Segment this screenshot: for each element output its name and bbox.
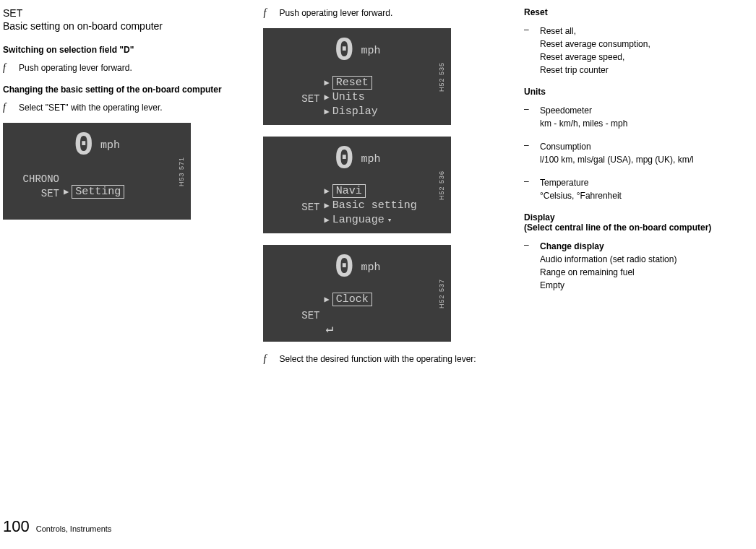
- bullet-consumption: – Consumption l/100 km, mls/gal (USA), m…: [524, 140, 756, 166]
- step-marker: f: [263, 353, 272, 365]
- menu-selected-row: ▶ Reset: [322, 76, 451, 90]
- menu-selected-row: ▶ Navi: [322, 184, 451, 199]
- step-marker: f: [263, 7, 272, 19]
- column-1: SET Basic setting on on-board computer S…: [3, 7, 249, 374]
- bullet-label: Speedometer: [540, 104, 756, 117]
- bullet-bold-label: Change display: [540, 240, 756, 253]
- figure-id-label: H52 535: [438, 34, 448, 119]
- bullet-speedometer: – Speedometer km - km/h, miles - mph: [524, 104, 756, 130]
- bullet-label: Consumption: [540, 140, 756, 153]
- menu-selected-label: Navi: [332, 184, 366, 198]
- lcd-speed: 0 mph: [3, 127, 191, 165]
- step-select-function: f Select the desired function with the o…: [263, 353, 509, 366]
- menu-selected-label: Clock: [332, 293, 372, 306]
- figure-id-label: H52 536: [438, 142, 448, 228]
- page-footer: 100 Controls, Instruments: [3, 517, 111, 536]
- menu-selected-label: Setting: [72, 185, 124, 199]
- dash-icon: –: [524, 240, 533, 250]
- menu-left-set: SET: [3, 186, 59, 201]
- triangle-right-icon: ▶: [64, 185, 69, 199]
- step-text: Push operating lever forward.: [279, 7, 509, 20]
- step-push-lever-1: f Push operating lever forward.: [3, 62, 249, 74]
- lcd-figure-clock: 0 mph SET ▶ Clock ↵ H52 537: [263, 245, 451, 342]
- bullet-detail: l/100 km, mls/gal (USA), mpg (UK), km/l: [540, 153, 756, 166]
- dash-icon: –: [524, 104, 533, 114]
- menu-selected-row: ▶ Setting: [62, 185, 191, 199]
- speed-value: 0: [74, 127, 93, 165]
- heading-changing-basic: Changing the basic setting of the on-boa…: [3, 85, 249, 95]
- menu-item: Language: [332, 213, 385, 228]
- menu-selected-row: ▶ Clock: [322, 293, 451, 307]
- speed-value: 0: [335, 33, 353, 70]
- dash-icon: –: [524, 25, 533, 35]
- menu-item: Units: [332, 90, 365, 105]
- page-number: 100: [3, 517, 30, 535]
- column-2: f Push operating lever forward. 0 mph SE…: [263, 7, 509, 374]
- speed-unit: mph: [361, 261, 380, 274]
- triangle-right-icon: ▶: [324, 199, 329, 213]
- speed-unit: mph: [361, 45, 380, 57]
- heading-units: Units: [524, 87, 756, 97]
- step-push-lever-2: f Push operating lever forward.: [263, 7, 509, 20]
- step-text: Select the desired function with the ope…: [279, 353, 509, 366]
- speed-value: 0: [335, 141, 353, 178]
- bullet-line: Audio information (set radio station): [540, 253, 756, 266]
- menu-left-set: SET: [263, 92, 319, 106]
- bullet-reset: – Reset all, Reset average consumption, …: [524, 25, 756, 77]
- menu-item: Basic setting: [332, 199, 417, 213]
- step-marker: f: [3, 62, 12, 74]
- menu-left-set: SET: [263, 308, 319, 323]
- heading-switching-on: Switching on selection field "D": [3, 45, 249, 55]
- dash-icon: –: [524, 176, 533, 186]
- triangle-right-icon: ▶: [324, 105, 329, 119]
- triangle-right-icon: ▶: [324, 90, 329, 105]
- bullet-detail: °Celsius, °Fahrenheit: [540, 189, 756, 202]
- lcd-figure-setting: 0 mph CHRONO SET ▶ Setting H53 571: [3, 123, 191, 220]
- triangle-right-icon: ▶: [324, 293, 329, 307]
- lcd-figure-navi: 0 mph SET ▶ Navi ▶Basic setting ▶Languag…: [263, 137, 451, 233]
- step-marker: f: [3, 102, 12, 113]
- figure-id-label: H53 571: [178, 129, 188, 214]
- step-text: Push operating lever forward.: [19, 62, 249, 74]
- step-select-set: f Select "SET" with the operating lever.: [3, 102, 249, 114]
- triangle-down-icon: ▾: [387, 213, 392, 228]
- figure-id-label: H52 537: [438, 251, 448, 336]
- dash-icon: –: [524, 140, 533, 150]
- set-subtitle: Basic setting on on-board computer: [3, 20, 249, 32]
- lcd-figure-reset: 0 mph SET ▶ Reset ▶Units ▶Display H52 53…: [263, 28, 451, 125]
- menu-selected-label: Reset: [332, 76, 372, 90]
- speed-unit: mph: [361, 153, 380, 165]
- lcd-menu: CHRONO SET ▶ Setting: [3, 169, 191, 220]
- triangle-right-icon: ▶: [324, 213, 329, 228]
- bullet-temperature: – Temperature °Celsius, °Fahrenheit: [524, 176, 756, 202]
- bullet-detail: km - km/h, miles - mph: [540, 117, 756, 130]
- menu-left-set: SET: [263, 200, 319, 215]
- triangle-right-icon: ▶: [324, 76, 329, 90]
- speed-unit: mph: [100, 139, 120, 152]
- triangle-right-icon: ▶: [324, 184, 329, 199]
- bullet-label: Temperature: [540, 176, 756, 189]
- bullet-line: Empty: [540, 279, 756, 292]
- back-arrow-icon: ↵: [325, 321, 333, 336]
- bullet-text: Reset all, Reset average consumption, Re…: [540, 25, 756, 77]
- menu-left-chrono: CHRONO: [3, 172, 59, 186]
- lcd-menu-left: CHRONO SET: [3, 169, 62, 220]
- speed-value: 0: [335, 249, 353, 287]
- menu-item: Display: [332, 105, 378, 119]
- bullet-change-display: – Change display Audio information (set …: [524, 240, 756, 292]
- heading-display-sub: (Select central line of the on-board com…: [524, 222, 756, 233]
- bullet-line: Range on remaining fuel: [540, 266, 756, 279]
- heading-display: Display: [524, 212, 756, 222]
- column-3: Reset – Reset all, Reset average consump…: [524, 7, 756, 374]
- heading-reset: Reset: [524, 7, 756, 17]
- lcd-menu-right: ▶ Setting: [62, 169, 191, 220]
- step-text: Select "SET" with the operating lever.: [19, 102, 249, 114]
- section-name: Controls, Instruments: [36, 524, 112, 533]
- set-title: SET: [3, 7, 249, 19]
